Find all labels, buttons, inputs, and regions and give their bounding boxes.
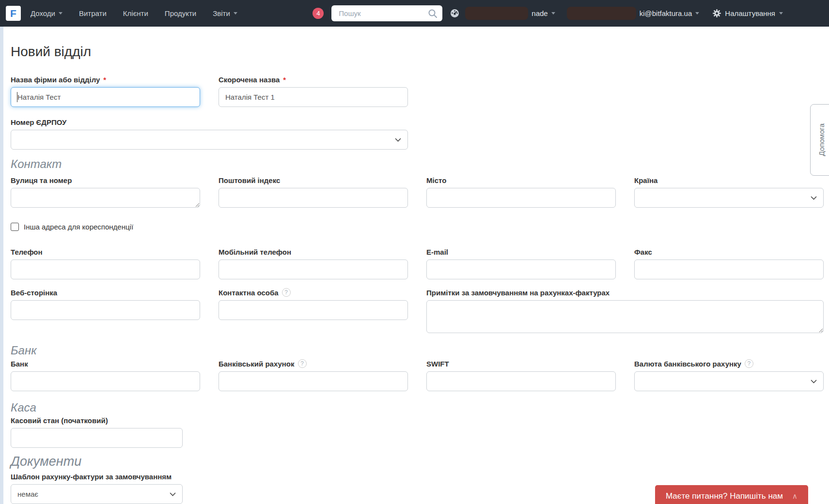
field-swift: SWIFT [426, 359, 616, 391]
bank-input[interactable] [11, 371, 200, 391]
menu-item-incomes[interactable]: Доходи [31, 9, 63, 17]
help-tab[interactable]: Допомога [810, 104, 829, 176]
field-edrpou: Номер ЄДРПОУ [11, 118, 408, 150]
country-select[interactable] [634, 188, 824, 208]
chevron-down-icon [551, 12, 555, 15]
short-name-input[interactable] [219, 87, 408, 107]
bank-account-label: Банківський рахунок ? [219, 359, 408, 368]
street-label: Вулиця та номер [11, 176, 200, 184]
bank-currency-label: Валюта банківського рахунку ? [634, 359, 824, 368]
postcode-label: Поштовий індекс [219, 176, 408, 184]
city-label: Місто [426, 176, 616, 184]
bank-currency-select[interactable] [634, 371, 824, 391]
navbar-right-cluster: 4 nade ki@bitfaktura.ua [313, 5, 783, 21]
other-address-row: Інша адреса для кореспонденції [11, 223, 829, 231]
search-box [331, 5, 442, 21]
email-label: E-mail [426, 247, 616, 256]
field-street: Вулиця та номер [11, 176, 200, 210]
phone-label: Телефон [11, 247, 200, 256]
required-asterisk: * [103, 76, 106, 84]
contact-us-label: Маєте питання? Напишіть нам [666, 491, 783, 501]
chevron-up-icon: ∧ [792, 492, 798, 501]
invoice-template-label: Шаблон рахунку-фактури за замовчуванням [11, 472, 829, 481]
company-name-label: Назва фірми або відділу* [11, 75, 200, 84]
country-label: Країна [634, 176, 824, 184]
top-navbar: F Доходи Витрати Клієнти Продукти Звіти … [0, 0, 829, 27]
swift-input[interactable] [426, 371, 616, 391]
chevron-down-icon [779, 12, 783, 15]
field-fax: Факс [634, 247, 824, 279]
cash-state-input[interactable] [11, 428, 183, 448]
field-bank-account: Банківський рахунок ? [219, 359, 408, 391]
field-website: Веб-сторінка [11, 288, 200, 335]
field-city: Місто [426, 176, 616, 210]
menu-item-clients[interactable]: Клієнти [123, 9, 148, 17]
app-logo[interactable]: F [6, 6, 21, 21]
redacted-account-name [465, 7, 528, 20]
city-input[interactable] [426, 188, 616, 208]
fax-label: Факс [634, 247, 824, 256]
help-icon[interactable]: ? [282, 288, 291, 297]
company-name-input[interactable] [11, 87, 200, 107]
help-icon[interactable]: ? [745, 359, 753, 368]
website-input[interactable] [11, 300, 200, 320]
postcode-input[interactable] [219, 188, 408, 208]
section-heading-contact: Контакт [11, 157, 829, 171]
street-textarea[interactable] [11, 188, 200, 208]
logo-letter: F [10, 8, 16, 19]
required-asterisk: * [283, 76, 286, 84]
contact-person-label: Контактна особа ? [219, 288, 408, 297]
text-cursor [17, 92, 17, 102]
invoice-template-select[interactable]: немає [11, 484, 183, 504]
section-heading-bank: Банк [11, 344, 829, 357]
new-department-form: Новий відділ Назва фірми або відділу* Ск… [3, 45, 829, 504]
contact-person-input[interactable] [219, 300, 408, 320]
section-heading-documents: Документи [11, 454, 829, 469]
chevron-down-icon [695, 12, 699, 15]
field-email: E-mail [426, 247, 616, 279]
notification-badge[interactable]: 4 [313, 8, 324, 19]
invoice-notes-textarea[interactable] [426, 300, 824, 333]
field-contact-person: Контактна особа ? [219, 288, 408, 335]
edrpou-select[interactable] [11, 130, 408, 150]
chevron-down-icon [59, 12, 63, 15]
short-name-label: Скорочена назва* [219, 75, 408, 84]
page-left-strip [0, 27, 3, 504]
invoice-notes-label: Примітки за замовчуванням на рахунках-фа… [426, 288, 824, 297]
menu-item-expenses[interactable]: Витрати [79, 9, 107, 17]
swift-label: SWIFT [426, 359, 616, 368]
search-input[interactable] [338, 9, 428, 18]
fax-input[interactable] [634, 260, 824, 279]
user-email-dropdown[interactable]: ki@bitfaktura.ua [640, 9, 700, 17]
field-invoice-notes: Примітки за замовчуванням на рахунках-фа… [426, 288, 824, 335]
website-label: Веб-сторінка [11, 288, 200, 297]
field-bank: Банк [11, 359, 200, 391]
other-address-checkbox[interactable] [11, 223, 19, 231]
bank-account-input[interactable] [219, 371, 408, 391]
chevron-down-icon [234, 12, 237, 15]
redacted-user-name [567, 7, 636, 20]
email-input[interactable] [426, 260, 616, 279]
account-dropdown[interactable]: nade [532, 9, 555, 17]
field-mobile-phone: Мобільний телефон [219, 247, 408, 279]
settings-dropdown[interactable]: Налаштування [713, 9, 783, 17]
chevron-down-icon [170, 492, 176, 496]
field-country: Країна [634, 176, 824, 210]
section-heading-cash: Каса [11, 401, 829, 414]
menu-item-reports[interactable]: Звіти [213, 9, 237, 17]
mobile-phone-label: Мобільний телефон [219, 247, 408, 256]
speedometer-icon[interactable] [450, 9, 459, 18]
contact-us-button[interactable]: Маєте питання? Напишіть нам ∧ [655, 485, 808, 504]
chevron-down-icon [811, 380, 817, 383]
menu-item-products[interactable]: Продукти [165, 9, 196, 17]
chevron-down-icon [395, 138, 401, 142]
mobile-phone-input[interactable] [219, 260, 408, 279]
chevron-down-icon [811, 196, 817, 200]
phone-input[interactable] [11, 260, 200, 279]
field-phone: Телефон [11, 247, 200, 279]
page-title: Новий відділ [11, 45, 829, 59]
search-icon[interactable] [428, 9, 438, 18]
main-menu: Доходи Витрати Клієнти Продукти Звіти [31, 9, 237, 17]
other-address-label: Інша адреса для кореспонденції [24, 223, 133, 231]
help-icon[interactable]: ? [298, 359, 307, 368]
